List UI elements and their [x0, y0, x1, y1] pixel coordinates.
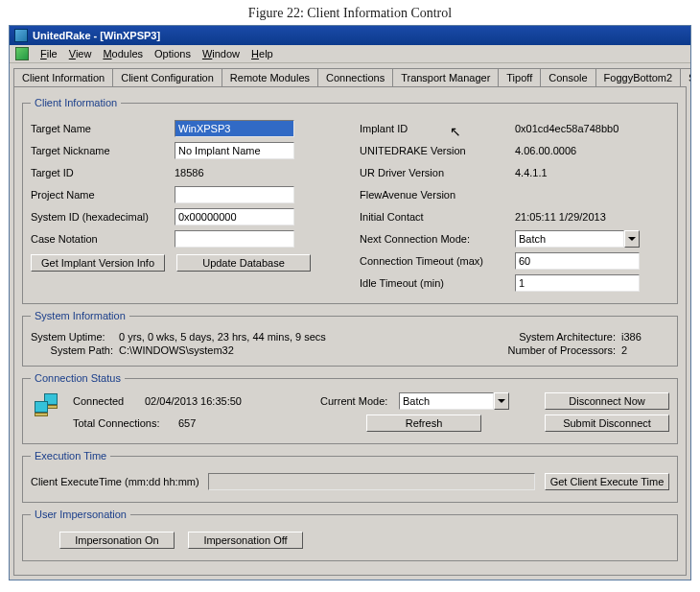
- value-initial-contact: 21:05:11 1/29/2013: [515, 211, 606, 223]
- label-connection-timeout: Connection Timeout (max): [360, 255, 515, 267]
- menu-file[interactable]: File: [40, 48, 58, 59]
- label-target-id: Target ID: [31, 167, 175, 178]
- input-target-nickname[interactable]: No Implant Name: [175, 142, 294, 159]
- app-icon: [14, 29, 28, 42]
- label-ur-driver-version: UR Driver Version: [360, 167, 515, 178]
- btn-submit-disconnect[interactable]: Submit Disconnect: [545, 414, 669, 432]
- input-case-notation[interactable]: [175, 230, 294, 248]
- value-num-processors: 2: [621, 344, 669, 356]
- network-computers-icon: [33, 391, 59, 416]
- tab-panel: Client Information ↖ Target Name WinXPSP…: [13, 86, 687, 576]
- btn-disconnect-now[interactable]: Disconnect Now: [545, 392, 669, 410]
- legend-execution-time: Execution Time: [31, 450, 110, 462]
- label-client-execute-time: Client ExecuteTime (mm:dd hh:mm): [31, 476, 208, 487]
- label-system-architecture: System Architecture:: [497, 331, 621, 343]
- group-client-information: Client Information ↖ Target Name WinXPSP…: [22, 97, 678, 304]
- label-project-name: Project Name: [31, 189, 175, 201]
- value-ur-version: 4.06.00.0006: [515, 145, 576, 156]
- group-system-information: System Information System Uptime: 0 yrs,…: [22, 310, 678, 367]
- value-ur-driver-version: 4.4.1.1: [515, 167, 548, 178]
- legend-system-information: System Information: [31, 310, 129, 321]
- legend-user-impersonation: User Impersonation: [31, 509, 130, 520]
- figure-caption: Figure 22: Client Information Control: [0, 0, 700, 25]
- label-system-id: System ID (hexadecimal): [31, 211, 175, 223]
- combo-current-mode[interactable]: Batch: [399, 392, 509, 410]
- menu-bar: File View Modules Options Window Help: [10, 45, 690, 63]
- chevron-down-icon[interactable]: [494, 392, 509, 410]
- btn-get-implant-version[interactable]: Get Implant Version Info: [31, 254, 165, 272]
- input-client-execute-time[interactable]: [208, 473, 535, 490]
- label-case-notation: Case Notation: [31, 233, 175, 245]
- value-target-id: 18586: [175, 167, 204, 178]
- value-implant-id: 0x01cd4ec58a748bb0: [515, 123, 618, 134]
- btn-impersonation-on[interactable]: Impersonation On: [59, 532, 175, 549]
- tab-client-configuration[interactable]: Client Configuration: [112, 68, 222, 86]
- group-execution-time: Execution Time Client ExecuteTime (mm:dd…: [22, 450, 678, 503]
- tab-strip: Client Information Client Configuration …: [10, 63, 690, 86]
- chevron-down-icon[interactable]: [624, 230, 640, 248]
- label-target-name: Target Name: [31, 123, 175, 134]
- label-system-uptime: System Uptime:: [31, 331, 119, 343]
- value-system-uptime: 0 yrs, 0 wks, 5 days, 23 hrs, 44 mins, 9…: [119, 331, 497, 343]
- label-idle-timeout: Idle Timeout (min): [360, 277, 515, 289]
- label-initial-contact: Initial Contact: [360, 211, 515, 223]
- tab-transport-manager[interactable]: Transport Manager: [392, 68, 499, 86]
- value-system-architecture: i386: [621, 331, 669, 343]
- title-text: UnitedRake - [WinXPSP3]: [33, 30, 160, 41]
- input-system-id[interactable]: 0x00000000: [175, 208, 294, 225]
- tab-console[interactable]: Console: [540, 68, 595, 86]
- title-bar[interactable]: UnitedRake - [WinXPSP3]: [10, 26, 690, 45]
- input-project-name[interactable]: [175, 186, 294, 203]
- tab-salv[interactable]: Salv: [680, 68, 690, 86]
- value-system-path: C:\WINDOWS\system32: [119, 344, 497, 356]
- tab-remote-modules[interactable]: Remote Modules: [222, 68, 318, 86]
- input-idle-timeout[interactable]: 1: [515, 274, 640, 292]
- app-window: UnitedRake - [WinXPSP3] File View Module…: [9, 25, 691, 580]
- label-next-connection-mode: Next Connection Mode:: [360, 233, 515, 245]
- legend-connection-status: Connection Status: [31, 372, 125, 384]
- menu-help[interactable]: Help: [251, 48, 273, 59]
- label-num-processors: Number of Processors:: [497, 344, 621, 356]
- group-user-impersonation: User Impersonation Impersonation On Impe…: [22, 509, 678, 561]
- btn-get-client-execute-time[interactable]: Get Client Execute Time: [545, 473, 669, 490]
- label-target-nickname: Target Nickname: [31, 145, 175, 156]
- label-implant-id: Implant ID: [360, 123, 515, 134]
- input-connection-timeout[interactable]: 60: [515, 252, 640, 270]
- menu-view[interactable]: View: [69, 48, 92, 59]
- menu-options[interactable]: Options: [154, 48, 191, 59]
- tab-connections[interactable]: Connections: [317, 68, 393, 86]
- value-connection-status: Connected: [73, 395, 145, 407]
- btn-impersonation-off[interactable]: Impersonation Off: [188, 532, 303, 549]
- btn-refresh[interactable]: Refresh: [366, 414, 481, 432]
- label-ur-version: UNITEDRAKE Version: [360, 145, 515, 156]
- legend-client-information: Client Information: [31, 97, 121, 108]
- menu-icon: [15, 47, 29, 60]
- group-connection-status: Connection Status Connected 02/04/2013 1…: [22, 372, 678, 444]
- tab-tipoff[interactable]: Tipoff: [498, 68, 541, 86]
- value-total-connections: 657: [178, 417, 196, 429]
- label-system-path: System Path:: [31, 344, 119, 356]
- tab-foggybottom2[interactable]: FoggyBottom2: [595, 68, 682, 86]
- label-current-mode: Current Mode:: [320, 395, 399, 407]
- combo-current-mode-value: Batch: [399, 392, 494, 410]
- input-target-name[interactable]: WinXPSP3: [175, 120, 294, 137]
- combo-next-connection-mode-value: Batch: [515, 230, 624, 248]
- menu-window[interactable]: Window: [202, 48, 240, 59]
- combo-next-connection-mode[interactable]: Batch: [515, 230, 640, 248]
- menu-modules[interactable]: Modules: [103, 48, 143, 59]
- label-total-connections: Total Connections:: [73, 417, 178, 429]
- tab-client-information[interactable]: Client Information: [13, 68, 113, 86]
- value-connection-timestamp: 02/04/2013 16:35:50: [145, 395, 242, 407]
- label-flewavenue-version: FlewAvenue Version: [360, 189, 515, 201]
- btn-update-database[interactable]: Update Database: [176, 254, 311, 272]
